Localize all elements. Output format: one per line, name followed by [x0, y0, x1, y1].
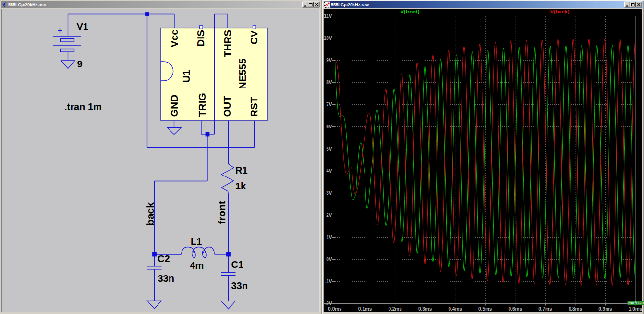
- svg-text:10V: 10V: [324, 36, 332, 41]
- svg-text:0.1ms: 0.1ms: [358, 306, 372, 312]
- svg-text:R1: R1: [235, 165, 248, 176]
- svg-text:0.8ms: 0.8ms: [569, 306, 583, 312]
- svg-text:6V: 6V: [326, 124, 332, 129]
- svg-text:33n: 33n: [231, 280, 248, 291]
- svg-text:back: back: [145, 202, 156, 226]
- svg-text:5V: 5V: [326, 146, 332, 151]
- svg-text:C1: C1: [231, 259, 244, 270]
- svg-text:THRS: THRS: [222, 30, 233, 57]
- svg-text:7V: 7V: [326, 102, 332, 107]
- svg-text:2V: 2V: [326, 213, 332, 218]
- svg-text:-1V: -1V: [325, 279, 332, 284]
- svg-text:OUT: OUT: [221, 96, 232, 117]
- svg-text:V(front): V(front): [401, 9, 420, 14]
- svg-text:Vcc: Vcc: [169, 29, 180, 48]
- svg-text:4V: 4V: [326, 168, 332, 174]
- svg-text:11V: 11V: [324, 13, 332, 19]
- svg-text:V1: V1: [77, 21, 88, 32]
- svg-text:0.7ms: 0.7ms: [538, 306, 552, 312]
- svg-text:CV: CV: [248, 30, 259, 44]
- svg-text:1.0ms: 1.0ms: [629, 306, 643, 312]
- svg-text:9: 9: [77, 59, 83, 69]
- svg-text:0.2ms: 0.2ms: [388, 306, 402, 312]
- svg-text:0.0ms: 0.0ms: [328, 306, 342, 312]
- svg-text:0.5ms: 0.5ms: [478, 306, 492, 312]
- svg-text:-2V: -2V: [325, 301, 332, 306]
- svg-text:0.9ms: 0.9ms: [598, 306, 612, 312]
- svg-text:V(back): V(back): [550, 9, 570, 14]
- svg-text:L1: L1: [191, 236, 202, 247]
- svg-text:DIS: DIS: [195, 30, 206, 47]
- svg-text:1V: 1V: [326, 235, 332, 240]
- svg-text:9V: 9V: [326, 58, 332, 63]
- svg-text:0.4ms: 0.4ms: [449, 306, 462, 312]
- svg-text:C2: C2: [158, 253, 170, 264]
- svg-text:3V: 3V: [326, 190, 332, 196]
- svg-text:8V: 8V: [326, 80, 332, 85]
- svg-text:RST: RST: [248, 97, 259, 117]
- svg-text:front: front: [216, 201, 227, 224]
- svg-text:NE555: NE555: [237, 58, 248, 89]
- svg-text:555LCpi20kHz.asc: 555LCpi20kHz.asc: [8, 2, 46, 7]
- svg-text:0.3ms: 0.3ms: [418, 306, 432, 312]
- svg-text:0V: 0V: [326, 257, 332, 262]
- svg-text:U1: U1: [181, 70, 192, 83]
- svg-text:0.6ms: 0.6ms: [509, 306, 522, 312]
- svg-text:1k: 1k: [235, 181, 246, 191]
- svg-text:4m: 4m: [190, 260, 204, 271]
- svg-text:33n: 33n: [158, 273, 174, 284]
- svg-text:23.8 °C - C: 23.8 °C - C: [628, 301, 644, 305]
- svg-text:GND: GND: [169, 95, 180, 117]
- svg-text:TRIG: TRIG: [196, 93, 207, 117]
- svg-text:.tran 1m: .tran 1m: [64, 101, 102, 112]
- svg-text:555LCpi20kHz.raw: 555LCpi20kHz.raw: [331, 2, 369, 7]
